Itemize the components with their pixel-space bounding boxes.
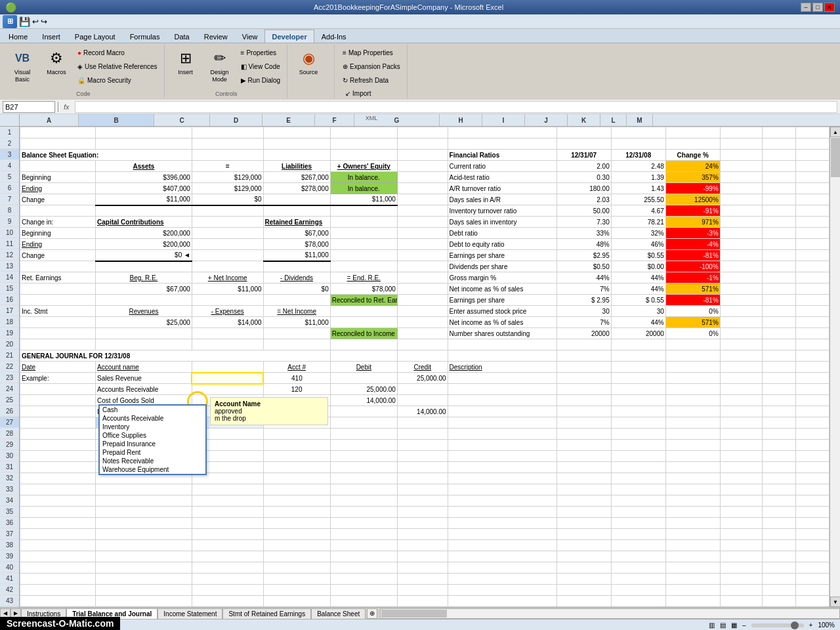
cell-a30[interactable] (20, 451, 96, 462)
tab-data[interactable]: Data (167, 30, 196, 43)
cell-l2[interactable] (762, 138, 795, 150)
cell-h22[interactable] (556, 362, 611, 373)
cell-k9[interactable] (720, 217, 762, 228)
cell-g2[interactable] (448, 138, 556, 150)
cell-h23[interactable] (556, 373, 611, 384)
cell-b13[interactable] (95, 261, 192, 272)
cell-a11[interactable]: Ending (20, 239, 96, 250)
cell-a5[interactable]: Beginning (20, 172, 96, 183)
cell-d13[interactable] (263, 261, 330, 272)
expansion-packs-button[interactable]: ⊕ Expansion Packs (340, 60, 403, 73)
cell-l33[interactable] (762, 484, 795, 495)
cell-f36[interactable] (397, 518, 448, 529)
cell-g27[interactable] (448, 417, 556, 429)
cell-m7[interactable] (795, 194, 829, 205)
cell-f42[interactable] (397, 585, 448, 596)
cell-j17[interactable]: 0% (665, 306, 720, 317)
cell-e43[interactable] (330, 596, 397, 607)
cell-j14[interactable]: -1% (665, 272, 720, 284)
cell-k25[interactable] (720, 395, 762, 406)
cell-e22[interactable]: Debit (330, 362, 397, 373)
cell-m31[interactable] (795, 462, 829, 473)
cell-e10[interactable] (330, 228, 397, 239)
cell-b2[interactable] (95, 138, 192, 150)
cell-j23[interactable] (665, 373, 720, 384)
cell-l37[interactable] (762, 529, 795, 540)
cell-m32[interactable] (795, 473, 829, 484)
cell-f29[interactable] (397, 440, 448, 451)
cell-h42[interactable] (556, 585, 611, 596)
cell-f43[interactable] (397, 596, 448, 607)
cell-h6[interactable]: 180.00 (556, 183, 611, 194)
cell-g32[interactable] (448, 473, 556, 484)
cell-f14[interactable] (397, 272, 448, 284)
cell-d11[interactable]: $78,000 (263, 239, 330, 250)
col-header-e[interactable]: E (262, 114, 315, 126)
cell-e13[interactable] (330, 261, 397, 272)
cell-g5[interactable]: Acid-test ratio (448, 172, 556, 183)
dropdown-item-insurance[interactable]: Prepaid Insurance (100, 440, 205, 448)
cell-k7[interactable] (720, 194, 762, 205)
cell-m18[interactable] (795, 317, 829, 328)
cell-j18[interactable]: 571% (665, 317, 720, 328)
cell-d14[interactable]: - Dividends (263, 272, 330, 284)
cell-g13[interactable]: Dividends per share (448, 261, 556, 272)
cell-i7[interactable]: 255.50 (611, 194, 665, 205)
col-header-m[interactable]: M (627, 114, 653, 126)
cell-m24[interactable] (795, 384, 829, 395)
cell-a18[interactable] (20, 317, 96, 328)
cell-i17[interactable]: 30 (611, 306, 665, 317)
cell-e5[interactable]: In balance. (330, 172, 397, 183)
cell-a43[interactable] (20, 596, 96, 607)
zoom-in-btn[interactable]: + (809, 621, 813, 629)
cell-c43[interactable] (192, 596, 263, 607)
cell-f21[interactable] (397, 350, 448, 362)
cell-k13[interactable] (720, 261, 762, 272)
cell-j25[interactable] (665, 395, 720, 406)
cell-e38[interactable] (330, 540, 397, 551)
cell-f35[interactable] (397, 507, 448, 518)
cell-i12[interactable]: $0.55 (611, 250, 665, 261)
cell-c2[interactable] (192, 138, 263, 150)
cell-k41[interactable] (720, 574, 762, 585)
cell-l8[interactable] (762, 205, 795, 217)
col-header-g[interactable]: G (354, 114, 440, 126)
tab-formulas[interactable]: Formulas (123, 30, 167, 43)
cell-f6[interactable] (397, 183, 448, 194)
cell-m27[interactable] (795, 417, 829, 429)
cell-d28[interactable] (263, 429, 330, 440)
cell-f26[interactable]: 14,000.00 (397, 406, 448, 417)
cell-l18[interactable] (762, 317, 795, 328)
cell-h16[interactable]: $ 2.95 (556, 295, 611, 306)
cell-h24[interactable] (556, 384, 611, 395)
cell-l17[interactable] (762, 306, 795, 317)
cell-g11[interactable]: Debt to equity ratio (448, 239, 556, 250)
cell-m39[interactable] (795, 551, 829, 562)
cell-m26[interactable] (795, 406, 829, 417)
cell-i8[interactable]: 4.67 (611, 205, 665, 217)
cell-h18[interactable]: 7% (556, 317, 611, 328)
cell-g34[interactable] (448, 495, 556, 507)
relative-references-button[interactable]: ◈ Use Relative References (75, 60, 160, 73)
cell-k39[interactable] (720, 551, 762, 562)
cell-a31[interactable] (20, 462, 96, 473)
cell-j2[interactable] (665, 138, 720, 150)
cell-a26[interactable] (20, 406, 96, 417)
cell-m40[interactable] (795, 562, 829, 574)
cell-b8[interactable] (95, 205, 192, 217)
cell-f40[interactable] (397, 562, 448, 574)
col-header-k[interactable]: K (568, 114, 600, 126)
cell-h11[interactable]: 48% (556, 239, 611, 250)
cell-m37[interactable] (795, 529, 829, 540)
cell-h12[interactable]: $2.95 (556, 250, 611, 261)
cell-d9[interactable]: Retained Earnings (263, 217, 330, 228)
cell-k29[interactable] (720, 440, 762, 451)
cell-l38[interactable] (762, 540, 795, 551)
cell-c41[interactable] (192, 574, 263, 585)
cell-d5[interactable]: $267,000 (263, 172, 330, 183)
cell-l27[interactable] (762, 417, 795, 429)
col-header-f[interactable]: F (315, 114, 354, 126)
tab-page-layout[interactable]: Page Layout (68, 30, 123, 43)
cell-f11[interactable] (397, 239, 448, 250)
cell-j6[interactable]: -99% (665, 183, 720, 194)
